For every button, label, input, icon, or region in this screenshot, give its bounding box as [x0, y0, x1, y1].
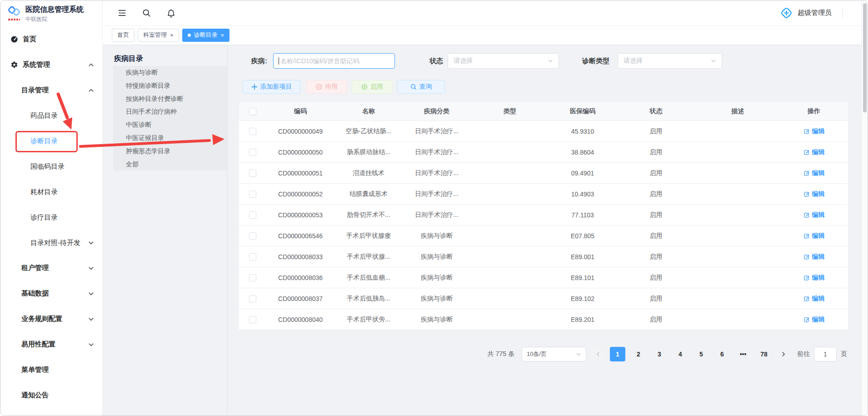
row-checkbox[interactable]	[249, 232, 256, 240]
sidebar-item-业务规则配置[interactable]: 业务规则配置	[0, 306, 102, 332]
sidebar-item-药品目录[interactable]: 药品目录	[0, 103, 102, 129]
edit-button[interactable]: 编辑	[803, 274, 825, 282]
sidebar-item-目录管理[interactable]: 目录管理	[0, 78, 102, 103]
page-button-78[interactable]: 78	[756, 347, 772, 361]
edit-label: 编辑	[812, 190, 825, 198]
row-checkbox[interactable]	[249, 128, 256, 135]
cell-action: 编辑	[780, 184, 848, 204]
cell-category: 日间手术治疗...	[403, 142, 471, 162]
edit-button[interactable]: 编辑	[803, 316, 825, 324]
row-checkbox[interactable]	[249, 149, 256, 156]
enable-button[interactable]: 启用	[352, 80, 393, 94]
collapse-menu-icon[interactable]	[117, 8, 127, 18]
catalog-item-肿瘤形态学目录[interactable]: 肿瘤形态学目录	[113, 145, 227, 158]
cell-type	[471, 267, 549, 288]
row-checkbox[interactable]	[249, 274, 256, 281]
prev-page-button[interactable]	[591, 347, 605, 361]
page-button-2[interactable]: 2	[631, 347, 646, 361]
edit-button[interactable]: 编辑	[803, 295, 825, 303]
sidebar-item-诊疗目录[interactable]: 诊疗目录	[0, 205, 102, 230]
query-label: 查询	[419, 83, 432, 91]
gear-icon	[10, 61, 18, 69]
page-size-select[interactable]: 10条/页	[522, 347, 586, 361]
page-button-5[interactable]: 5	[693, 347, 709, 361]
table-row: CD0000000049空肠-乙状结肠...日间手术治疗...45.9310启用…	[239, 121, 848, 142]
divider	[842, 9, 843, 18]
cell-insurance_code: E89.102	[549, 288, 616, 309]
sidebar-item-诊断目录[interactable]: 诊断目录	[0, 129, 102, 154]
chevron-left-icon	[595, 351, 601, 357]
user-area[interactable]: 超级管理员	[780, 7, 868, 19]
page-button-1[interactable]: 1	[610, 347, 625, 361]
sidebar-item-label: 基础数据	[21, 289, 49, 298]
edit-label: 编辑	[812, 295, 825, 303]
cell-code: CD0000008037	[266, 288, 334, 309]
row-checkbox[interactable]	[249, 190, 256, 198]
close-tab-icon[interactable]: ×	[170, 32, 174, 38]
add-item-button[interactable]: 添加新项目	[243, 80, 300, 94]
catalog-item-疾病与诊断[interactable]: 疾病与诊断	[113, 66, 227, 79]
sidebar-item-基础数据[interactable]: 基础数据	[0, 281, 102, 306]
catalog-item-中医诊断[interactable]: 中医诊断	[113, 118, 227, 131]
edit-button[interactable]: 编辑	[803, 253, 825, 261]
catalog-item-按病种目录付费诊断[interactable]: 按病种目录付费诊断	[113, 92, 227, 105]
scrollbar-track[interactable]	[861, 0, 868, 416]
sidebar-item-目录对照-待开发[interactable]: 目录对照-待开发	[0, 230, 102, 256]
search-icon[interactable]	[142, 8, 151, 18]
edit-button[interactable]: 编辑	[803, 211, 825, 219]
sidebar-item-label: 菜单管理	[21, 366, 49, 374]
cell-name: 手术后低血糖...	[334, 267, 403, 288]
edit-button[interactable]: 编辑	[803, 148, 825, 156]
cell-description	[696, 121, 780, 141]
next-page-button[interactable]	[776, 347, 791, 361]
row-checkbox[interactable]	[249, 316, 256, 323]
sidebar-item-系统管理[interactable]: 系统管理	[0, 52, 102, 78]
tab-诊断目录[interactable]: 诊断目录×	[182, 29, 230, 42]
table-row: CD0000006546手术后甲状腺瘘疾病与诊断E07.805启用编辑	[239, 226, 848, 246]
sidebar-item-通知公告[interactable]: 通知公告	[0, 382, 102, 408]
page-button-4[interactable]: 4	[673, 347, 688, 361]
close-tab-icon[interactable]: ×	[221, 32, 224, 38]
column-header-状态: 状态	[616, 102, 696, 120]
select-all-checkbox[interactable]	[249, 108, 256, 115]
pager-more[interactable]: •••	[735, 347, 751, 361]
row-checkbox[interactable]	[249, 253, 256, 261]
edit-button[interactable]: 编辑	[803, 127, 825, 135]
cell-insurance_code: E89.001	[549, 246, 616, 267]
sidebar-item-耗材目录[interactable]: 耗材目录	[0, 179, 102, 205]
tab-科室管理[interactable]: 科室管理×	[138, 29, 179, 42]
tab-首页[interactable]: 首页	[112, 29, 135, 42]
edit-button[interactable]: 编辑	[803, 232, 825, 240]
diagnosis-type-select[interactable]: 请选择	[618, 53, 722, 69]
disease-search-input[interactable]	[273, 53, 395, 69]
page-button-3[interactable]: 3	[652, 347, 667, 361]
disease-search-field[interactable]	[279, 57, 389, 65]
chevron-down-icon	[548, 58, 553, 64]
disable-button[interactable]: 停用	[306, 80, 347, 94]
catalog-item-日间手术治疗病种[interactable]: 日间手术治疗病种	[113, 105, 227, 118]
catalog-item-全部[interactable]: 全部	[113, 158, 227, 171]
goto-page-input[interactable]	[814, 347, 837, 361]
sidebar-item-易用性配置[interactable]: 易用性配置	[0, 332, 102, 357]
row-checkbox[interactable]	[249, 295, 256, 302]
catalog-item-特慢病诊断目录[interactable]: 特慢病诊断目录	[113, 79, 227, 92]
sidebar-item-label: 目录管理	[21, 86, 49, 95]
sidebar-item-首页[interactable]: 首页	[0, 27, 102, 52]
status-select[interactable]: 请选择	[448, 53, 559, 69]
cell-insurance_code: 77.1103	[549, 205, 616, 225]
scrollbar-thumb[interactable]	[863, 3, 867, 112]
edit-button[interactable]: 编辑	[803, 190, 825, 198]
tab-bar: 首页科室管理×诊断目录×	[103, 25, 868, 45]
edit-button[interactable]: 编辑	[803, 169, 825, 177]
row-checkbox[interactable]	[249, 211, 256, 219]
search-icon	[410, 84, 417, 90]
chevron-down-icon	[88, 291, 94, 296]
sidebar-item-租户管理[interactable]: 租户管理	[0, 256, 102, 281]
row-checkbox[interactable]	[249, 170, 256, 177]
catalog-item-中医证候目录[interactable]: 中医证候目录	[113, 131, 227, 145]
sidebar-item-菜单管理[interactable]: 菜单管理	[0, 357, 102, 383]
sidebar-item-国临码目录[interactable]: 国临码目录	[0, 154, 102, 179]
query-button[interactable]: 查询	[397, 80, 445, 94]
bell-icon[interactable]	[166, 8, 176, 18]
page-button-6[interactable]: 6	[714, 347, 730, 361]
